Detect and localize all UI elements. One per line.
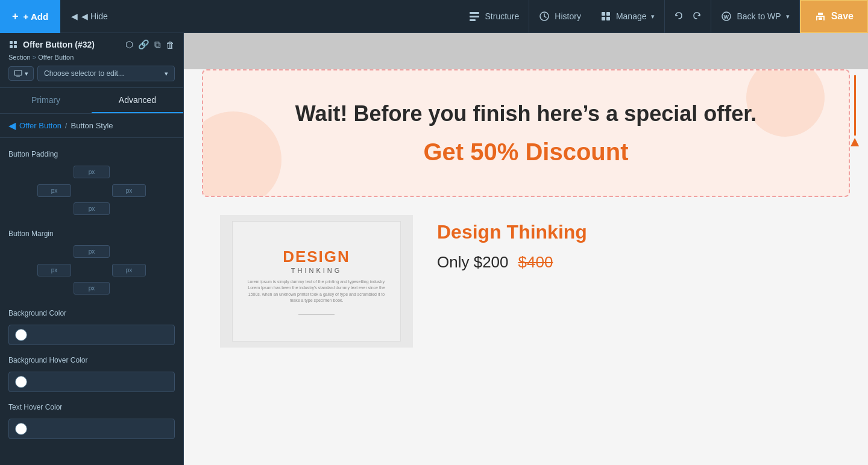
redo-icon [691,11,702,22]
element-icon [8,40,18,49]
tab-advanced[interactable]: Advanced [92,88,183,113]
svg-rect-11 [14,41,17,44]
canvas-area: ▲ Wait! Before you finish here’s a speci… [184,33,868,465]
top-bar: + + Add ◀ ◀ Hide Structure History Manag… [0,0,868,33]
panel-header: Offer Button (#32) ⬡ 🔗 ⧉ 🗑 Section > Off… [0,33,183,88]
svg-rect-12 [10,45,13,48]
margin-right-input[interactable]: px [112,264,146,276]
save-label: Save [831,11,854,22]
svg-rect-2 [470,19,476,21]
hide-label: ◀ Hide [81,11,108,21]
offer-discount: Get 50% Discount [227,139,825,166]
text-hover-color-label: Text Hover Color [8,403,175,411]
redo-button[interactable] [689,8,705,24]
undo-icon [673,11,684,22]
margin-center-box [75,260,108,279]
svg-rect-0 [470,12,479,14]
book-desc-text: Lorem ipsum is simply dummy text of the … [245,279,388,304]
bg-color-label: Background Color [8,309,175,317]
svg-rect-1 [470,16,479,17]
product-price-current: Only $200 [437,253,509,272]
history-button[interactable]: History [529,0,591,33]
panel-icons: ⬡ 🔗 ⧉ 🗑 [125,39,175,50]
manage-icon [600,11,611,22]
selector-dropdown[interactable]: Choose selector to edit... ▾ [37,66,175,81]
left-panel: Offer Button (#32) ⬡ 🔗 ⧉ 🗑 Section > Off… [0,33,184,465]
margin-bottom-row: px [37,282,146,295]
structure-label: Structure [485,11,520,21]
bg-hover-color-label: Background Hover Color [8,356,175,364]
button-padding-control: Button Padding px px px [8,150,175,215]
panel-title: Offer Button (#32) [8,40,95,49]
back-to-wp-label: Back to WP [737,11,781,21]
text-hover-color-swatch[interactable] [15,423,27,435]
hide-button[interactable]: ◀ ◀ Hide [60,0,119,33]
canvas-inner: ▲ Wait! Before you finish here’s a speci… [184,69,868,465]
padding-right-input[interactable]: px [112,184,146,197]
back-to-wp-button[interactable]: W Back to WP ▾ [711,0,799,33]
text-hover-color-row[interactable] [8,419,175,439]
svg-rect-10 [10,41,13,44]
panel-content: Button Padding px px px [0,138,183,465]
svg-rect-14 [14,70,22,75]
product-name: Design Thinking [437,221,832,243]
link-panel-icon[interactable]: 🔗 [138,39,149,50]
book-title-text: DESIGN [283,249,350,264]
svg-rect-4 [602,12,605,16]
top-bar-left: + + Add ◀ ◀ Hide [0,0,119,33]
tab-primary[interactable]: Primary [0,88,92,113]
sub-breadcrumb: ◀ Offer Button / Button Style [0,114,183,138]
padding-center-box [75,181,108,200]
padding-left-px: px [51,187,58,194]
bg-hover-color-swatch[interactable] [15,376,27,388]
bg-color-row[interactable] [8,325,175,345]
history-icon [539,11,550,22]
undo-button[interactable] [671,8,687,24]
product-info: Design Thinking Only $200 $400 [437,215,832,272]
structure-panel-icon[interactable]: ⬡ [125,39,133,50]
margin-left-input[interactable]: px [37,264,71,276]
manage-button[interactable]: Manage ▾ [591,0,665,33]
book-cover: DESIGN THINKING Lorem ipsum is simply du… [232,221,401,342]
padding-lr-row: px px [37,181,146,200]
margin-top-input[interactable]: px [74,245,110,258]
margin-grid: px px px px [37,245,146,295]
button-margin-label: Button Margin [8,229,175,238]
margin-top-row: px [37,245,146,258]
svg-rect-7 [606,17,610,20]
breadcrumb: Section > Offer Button [8,54,175,61]
panel-title-row: Offer Button (#32) ⬡ 🔗 ⧉ 🗑 [8,39,175,50]
subnav-back-button[interactable]: ◀ [8,120,16,131]
padding-bottom-input[interactable]: px [74,202,110,215]
subnav-current: Button Style [71,121,113,130]
add-button[interactable]: + + Add [0,0,60,33]
book-line [298,314,335,314]
book-subtitle-text: THINKING [291,267,342,274]
save-icon [814,10,826,22]
device-selector[interactable]: ▾ [8,66,34,81]
delete-panel-icon[interactable]: 🗑 [166,39,175,50]
history-label: History [555,11,581,21]
panel-title-text: Offer Button (#32) [23,40,95,49]
add-label: + Add [24,11,49,22]
wordpress-icon: W [721,11,732,22]
hide-arrow-icon: ◀ [71,11,78,21]
selector-row: ▾ Choose selector to edit... ▾ [8,66,175,81]
copy-panel-icon[interactable]: ⧉ [154,39,161,50]
bg-hover-color-section: Background Hover Color [8,356,175,392]
bg-hover-color-row[interactable] [8,372,175,392]
padding-top-input[interactable]: px [74,166,110,178]
margin-top-px: px [89,248,95,255]
subnav-item-link[interactable]: Offer Button [19,121,61,130]
bg-color-swatch[interactable] [15,329,27,341]
subnav-separator: / [65,121,68,130]
arrow-line [854,75,856,136]
structure-button[interactable]: Structure [459,0,530,33]
margin-left-px: px [51,267,58,273]
save-button[interactable]: Save [800,0,868,33]
offer-section[interactable]: Wait! Before you finish here’s a special… [202,69,850,197]
margin-bottom-input[interactable]: px [74,282,110,295]
desktop-icon [14,69,22,78]
padding-left-input[interactable]: px [37,184,71,197]
undo-redo-group [665,0,711,33]
